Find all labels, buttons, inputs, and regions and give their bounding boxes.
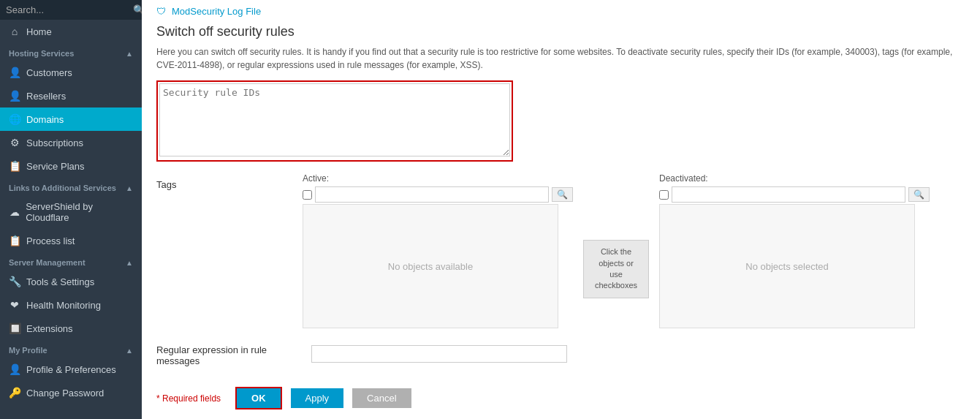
service-plans-icon: 📋: [9, 160, 20, 172]
chevron-server-icon: ▲: [126, 259, 133, 267]
health-icon: ❤: [9, 299, 20, 311]
tags-label: Tags: [156, 173, 303, 190]
regex-input[interactable]: [311, 345, 567, 363]
sidebar-item-domains[interactable]: 🌐 Domains: [0, 107, 142, 131]
extensions-icon: 🔲: [9, 322, 20, 334]
process-list-icon: 📋: [9, 235, 20, 246]
security-ids-wrapper: [156, 80, 513, 162]
deactivated-list-area: No objects selected: [659, 204, 915, 328]
deactivated-search-input[interactable]: [672, 186, 905, 203]
active-list-box: Active: 🔍 No objects available: [303, 173, 573, 328]
deactivated-checkbox[interactable]: [659, 190, 669, 200]
sidebar-item-profile-preferences[interactable]: 👤 Profile & Preferences: [0, 358, 142, 381]
chevron-additional-icon: ▲: [126, 184, 133, 192]
form-footer: * Required fields OK Apply Cancel: [156, 387, 965, 409]
profile-pref-icon: 👤: [9, 363, 20, 375]
form-section: Tags Active: 🔍 No objects available: [156, 80, 965, 409]
required-note: * Required fields: [156, 393, 221, 404]
sidebar-item-extensions[interactable]: 🔲 Extensions: [0, 317, 142, 340]
sidebar-section-server-mgmt: Server Management ▲: [0, 252, 142, 270]
deactivated-search-button[interactable]: 🔍: [908, 187, 930, 202]
sidebar-item-service-plans[interactable]: 📋 Service Plans: [0, 154, 142, 178]
active-list-area: No objects available: [303, 204, 558, 328]
sidebar-item-health[interactable]: ❤ Health Monitoring: [0, 293, 142, 317]
sidebar-item-server-shield[interactable]: ☁ ServerShield by Cloudflare: [0, 195, 142, 229]
dual-list-container: Active: 🔍 No objects available Click the…: [303, 173, 930, 328]
tools-icon: 🔧: [9, 276, 20, 287]
regex-label: Regular expression in rule messages: [156, 341, 303, 366]
active-search-row: 🔍: [303, 186, 573, 203]
breadcrumb-icon: 🛡: [156, 6, 166, 17]
search-icon: 🔍: [133, 4, 142, 15]
sidebar-item-tools[interactable]: 🔧 Tools & Settings: [0, 270, 142, 293]
customers-icon: 👤: [9, 67, 20, 78]
change-password-icon: 🔑: [9, 387, 20, 399]
deactivated-header: Deactivated:: [659, 173, 930, 184]
security-ids-textarea[interactable]: [159, 83, 510, 156]
sidebar-item-change-password[interactable]: 🔑 Change Password: [0, 381, 142, 404]
sidebar-item-subscriptions[interactable]: ⚙ Subscriptions: [0, 131, 142, 154]
transfer-btn-col: Click the objects or use checkboxes: [579, 240, 653, 298]
sidebar-section-additional: Links to Additional Services ▲: [0, 178, 142, 195]
breadcrumb-link[interactable]: ModSecurity Log File: [172, 6, 261, 17]
regex-row: Regular expression in rule messages: [156, 341, 965, 366]
sidebar-item-resellers[interactable]: 👤 Resellers: [0, 84, 142, 107]
search-bar[interactable]: 🔍: [0, 0, 142, 20]
security-ids-row: [156, 80, 965, 162]
transfer-button[interactable]: Click the objects or use checkboxes: [583, 240, 649, 298]
deactivated-search-row: 🔍: [659, 186, 930, 203]
breadcrumb: 🛡 ModSecurity Log File: [156, 0, 965, 20]
apply-button[interactable]: Apply: [291, 388, 344, 408]
page-title: Switch off security rules: [156, 24, 965, 39]
ok-button[interactable]: OK: [235, 387, 282, 409]
deactivated-empty-label: No objects selected: [745, 261, 828, 272]
domains-icon: 🌐: [9, 113, 20, 125]
search-input[interactable]: [6, 4, 129, 15]
main-content: 🛡 ModSecurity Log File Switch off securi…: [142, 0, 980, 419]
page-description: Here you can switch off security rules. …: [156, 45, 965, 72]
subscriptions-icon: ⚙: [9, 137, 20, 148]
sidebar-item-customers[interactable]: 👤 Customers: [0, 61, 142, 84]
resellers-icon: 👤: [9, 90, 20, 102]
cancel-button[interactable]: Cancel: [352, 388, 411, 408]
active-search-input[interactable]: [315, 186, 549, 203]
chevron-icon: ▲: [126, 50, 133, 58]
active-empty-label: No objects available: [388, 261, 473, 272]
sidebar-section-my-profile: My Profile ▲: [0, 340, 142, 358]
sidebar-item-home[interactable]: ⌂ Home: [0, 20, 142, 43]
sidebar-section-hosting: Hosting Services ▲: [0, 43, 142, 61]
deactivated-list-box: Deactivated: 🔍 No objects selected: [659, 173, 930, 328]
tags-row: Tags Active: 🔍 No objects available: [156, 173, 965, 328]
home-icon: ⌂: [9, 26, 20, 37]
active-search-button[interactable]: 🔍: [552, 187, 573, 202]
sidebar-item-process-list[interactable]: 📋 Process list: [0, 229, 142, 252]
sidebar: 🔍 ⌂ Home Hosting Services ▲ 👤 Customers …: [0, 0, 142, 419]
chevron-profile-icon: ▲: [126, 347, 133, 355]
active-checkbox[interactable]: [303, 190, 312, 200]
server-shield-icon: ☁: [9, 206, 20, 218]
active-header: Active:: [303, 173, 573, 184]
